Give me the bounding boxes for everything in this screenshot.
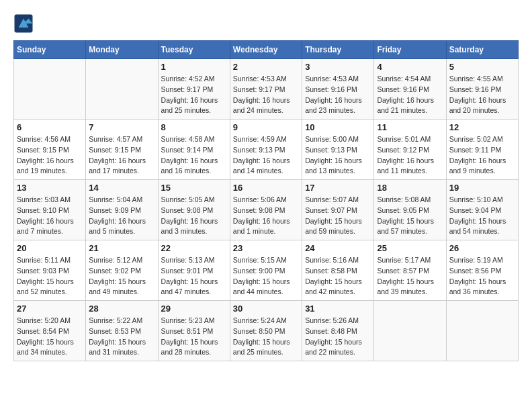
day-number: 1 [161, 62, 227, 72]
day-number: 31 [305, 304, 371, 314]
calendar-cell: 23Sunrise: 5:15 AM Sunset: 9:00 PM Dayli… [230, 240, 302, 301]
day-number: 4 [377, 62, 443, 72]
day-number: 28 [89, 304, 154, 314]
week-row-4: 20Sunrise: 5:11 AM Sunset: 9:03 PM Dayli… [14, 240, 519, 301]
calendar-cell: 10Sunrise: 5:00 AM Sunset: 9:13 PM Dayli… [302, 120, 374, 180]
calendar-cell: 8Sunrise: 4:58 AM Sunset: 9:14 PM Daylig… [158, 120, 230, 180]
calendar-cell: 29Sunrise: 5:23 AM Sunset: 8:51 PM Dayli… [158, 301, 230, 361]
day-number: 26 [449, 243, 515, 253]
calendar-table: SundayMondayTuesdayWednesdayThursdayFrid… [13, 40, 519, 361]
calendar-cell: 31Sunrise: 5:26 AM Sunset: 8:48 PM Dayli… [302, 301, 374, 361]
calendar-cell: 5Sunrise: 4:55 AM Sunset: 9:16 PM Daylig… [446, 59, 518, 120]
day-info: Sunrise: 4:58 AM Sunset: 9:14 PM Dayligh… [161, 134, 227, 177]
day-info: Sunrise: 5:17 AM Sunset: 8:57 PM Dayligh… [377, 255, 443, 298]
calendar-cell: 21Sunrise: 5:12 AM Sunset: 9:02 PM Dayli… [86, 240, 158, 301]
day-info: Sunrise: 5:10 AM Sunset: 9:04 PM Dayligh… [449, 195, 515, 237]
day-info: Sunrise: 5:03 AM Sunset: 9:10 PM Dayligh… [17, 195, 83, 237]
calendar-cell [374, 301, 446, 361]
day-info: Sunrise: 5:13 AM Sunset: 9:01 PM Dayligh… [161, 255, 227, 298]
day-info: Sunrise: 4:57 AM Sunset: 9:15 PM Dayligh… [89, 134, 154, 177]
day-number: 24 [305, 243, 371, 253]
calendar-cell: 11Sunrise: 5:01 AM Sunset: 9:12 PM Dayli… [374, 120, 446, 180]
calendar-cell: 16Sunrise: 5:06 AM Sunset: 9:08 PM Dayli… [230, 180, 302, 240]
day-info: Sunrise: 5:04 AM Sunset: 9:09 PM Dayligh… [89, 195, 154, 237]
calendar-cell: 14Sunrise: 5:04 AM Sunset: 9:09 PM Dayli… [86, 180, 158, 240]
day-number: 9 [233, 122, 299, 132]
day-info: Sunrise: 4:54 AM Sunset: 9:16 PM Dayligh… [377, 74, 443, 116]
calendar-cell: 4Sunrise: 4:54 AM Sunset: 9:16 PM Daylig… [374, 59, 446, 120]
day-info: Sunrise: 5:07 AM Sunset: 9:07 PM Dayligh… [305, 195, 371, 237]
calendar-cell: 27Sunrise: 5:20 AM Sunset: 8:54 PM Dayli… [14, 301, 86, 361]
day-number: 7 [89, 122, 154, 132]
week-row-1: 1Sunrise: 4:52 AM Sunset: 9:17 PM Daylig… [14, 59, 519, 120]
day-info: Sunrise: 5:05 AM Sunset: 9:08 PM Dayligh… [161, 195, 227, 237]
day-number: 13 [17, 183, 83, 193]
day-info: Sunrise: 5:16 AM Sunset: 8:58 PM Dayligh… [305, 255, 371, 298]
calendar-cell: 24Sunrise: 5:16 AM Sunset: 8:58 PM Dayli… [302, 240, 374, 301]
weekday-wednesday: Wednesday [230, 41, 302, 59]
day-number: 18 [377, 183, 443, 193]
day-info: Sunrise: 5:08 AM Sunset: 9:05 PM Dayligh… [377, 195, 443, 237]
calendar-cell: 9Sunrise: 4:59 AM Sunset: 9:13 PM Daylig… [230, 120, 302, 180]
day-number: 2 [233, 62, 299, 72]
weekday-saturday: Saturday [446, 41, 518, 59]
day-info: Sunrise: 5:01 AM Sunset: 9:12 PM Dayligh… [377, 134, 443, 177]
day-number: 19 [449, 183, 515, 193]
calendar-cell: 20Sunrise: 5:11 AM Sunset: 9:03 PM Dayli… [14, 240, 86, 301]
day-info: Sunrise: 5:02 AM Sunset: 9:11 PM Dayligh… [449, 134, 515, 177]
day-number: 3 [305, 62, 371, 72]
day-number: 6 [17, 122, 83, 132]
day-info: Sunrise: 4:56 AM Sunset: 9:15 PM Dayligh… [17, 134, 83, 177]
weekday-thursday: Thursday [302, 41, 374, 59]
day-info: Sunrise: 5:06 AM Sunset: 9:08 PM Dayligh… [233, 195, 299, 237]
calendar-body: 1Sunrise: 4:52 AM Sunset: 9:17 PM Daylig… [14, 59, 519, 361]
calendar-cell [86, 59, 158, 120]
calendar-cell: 22Sunrise: 5:13 AM Sunset: 9:01 PM Dayli… [158, 240, 230, 301]
week-row-2: 6Sunrise: 4:56 AM Sunset: 9:15 PM Daylig… [14, 120, 519, 180]
week-row-3: 13Sunrise: 5:03 AM Sunset: 9:10 PM Dayli… [14, 180, 519, 240]
day-info: Sunrise: 5:12 AM Sunset: 9:02 PM Dayligh… [89, 255, 154, 298]
day-number: 12 [449, 122, 515, 132]
weekday-tuesday: Tuesday [158, 41, 230, 59]
calendar-cell: 2Sunrise: 4:53 AM Sunset: 9:17 PM Daylig… [230, 59, 302, 120]
calendar-cell [14, 59, 86, 120]
day-info: Sunrise: 5:23 AM Sunset: 8:51 PM Dayligh… [161, 316, 227, 358]
calendar-cell: 26Sunrise: 5:19 AM Sunset: 8:56 PM Dayli… [446, 240, 518, 301]
logo [13, 13, 36, 34]
calendar-cell: 30Sunrise: 5:24 AM Sunset: 8:50 PM Dayli… [230, 301, 302, 361]
day-number: 16 [233, 183, 299, 193]
day-number: 15 [161, 183, 227, 193]
weekday-sunday: Sunday [14, 41, 86, 59]
calendar-cell: 17Sunrise: 5:07 AM Sunset: 9:07 PM Dayli… [302, 180, 374, 240]
day-number: 11 [377, 122, 443, 132]
weekday-header-row: SundayMondayTuesdayWednesdayThursdayFrid… [14, 41, 519, 59]
day-number: 21 [89, 243, 154, 253]
calendar-cell: 18Sunrise: 5:08 AM Sunset: 9:05 PM Dayli… [374, 180, 446, 240]
day-number: 27 [17, 304, 83, 314]
day-info: Sunrise: 5:19 AM Sunset: 8:56 PM Dayligh… [449, 255, 515, 298]
calendar-cell: 1Sunrise: 4:52 AM Sunset: 9:17 PM Daylig… [158, 59, 230, 120]
calendar-cell [446, 301, 518, 361]
calendar-cell: 15Sunrise: 5:05 AM Sunset: 9:08 PM Dayli… [158, 180, 230, 240]
day-number: 22 [161, 243, 227, 253]
calendar-cell: 25Sunrise: 5:17 AM Sunset: 8:57 PM Dayli… [374, 240, 446, 301]
day-info: Sunrise: 5:20 AM Sunset: 8:54 PM Dayligh… [17, 316, 83, 358]
calendar-cell: 7Sunrise: 4:57 AM Sunset: 9:15 PM Daylig… [86, 120, 158, 180]
day-number: 8 [161, 122, 227, 132]
weekday-monday: Monday [86, 41, 158, 59]
day-number: 30 [233, 304, 299, 314]
calendar-cell: 12Sunrise: 5:02 AM Sunset: 9:11 PM Dayli… [446, 120, 518, 180]
day-info: Sunrise: 5:26 AM Sunset: 8:48 PM Dayligh… [305, 316, 371, 358]
day-info: Sunrise: 4:53 AM Sunset: 9:16 PM Dayligh… [305, 74, 371, 116]
day-info: Sunrise: 5:00 AM Sunset: 9:13 PM Dayligh… [305, 134, 371, 177]
day-number: 23 [233, 243, 299, 253]
day-info: Sunrise: 5:11 AM Sunset: 9:03 PM Dayligh… [17, 255, 83, 298]
day-info: Sunrise: 4:59 AM Sunset: 9:13 PM Dayligh… [233, 134, 299, 177]
day-info: Sunrise: 5:15 AM Sunset: 9:00 PM Dayligh… [233, 255, 299, 298]
day-number: 14 [89, 183, 154, 193]
day-number: 17 [305, 183, 371, 193]
calendar-cell: 6Sunrise: 4:56 AM Sunset: 9:15 PM Daylig… [14, 120, 86, 180]
calendar-cell: 19Sunrise: 5:10 AM Sunset: 9:04 PM Dayli… [446, 180, 518, 240]
day-info: Sunrise: 4:55 AM Sunset: 9:16 PM Dayligh… [449, 74, 515, 116]
day-number: 29 [161, 304, 227, 314]
